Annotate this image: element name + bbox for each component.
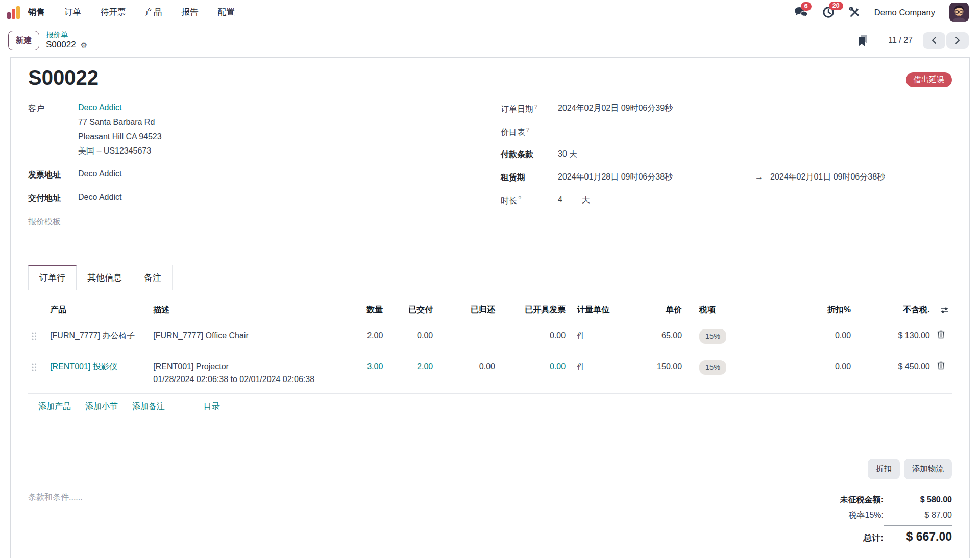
customer-address[interactable]: 77 Santa Barbara Rd Pleasant Hill CA 945… [78,115,162,158]
quotation-template-label: 报价模板 [28,216,78,227]
untaxed-amount-value: $ 580.00 [884,495,952,504]
help-icon: ? [534,104,537,110]
bookmark-icon[interactable] [857,34,869,47]
totals-block: 未征税金额: $ 580.00 税率15%: $ 87.00 总计: $ 667… [809,488,952,544]
col-subtotal: 不含税. [854,301,933,321]
rental-end-date[interactable]: 2024年02月01日 09时06分38秒 [770,172,885,181]
total-value: $ 667.00 [884,525,952,544]
cell-quantity[interactable]: 3.00 [318,352,386,394]
col-product: 产品 [47,301,150,321]
payment-terms-label: 付款条款 [501,149,558,160]
nav-menu-reporting[interactable]: 报告 [182,7,199,18]
order-date-value[interactable]: 2024年02月02日 09时06分39秒 [558,103,673,114]
rental-period-value[interactable]: 2024年01月28日 09时06分38秒→2024年02月01日 09时06分… [558,172,885,183]
delete-row-icon[interactable] [936,329,946,340]
delivery-address-label: 交付地址 [28,193,78,204]
tax-amount-value: $ 87.00 [884,511,952,520]
company-name[interactable]: Demo Company [874,8,935,17]
col-quantity: 数量 [318,301,386,321]
discount-button[interactable]: 折扣 [868,459,900,479]
col-discount: 折扣% [790,301,854,321]
tab-other-info[interactable]: 其他信息 [77,265,133,290]
cell-returned[interactable]: 0.00 [436,352,498,394]
cell-product[interactable]: [FURN_7777] 办公椅子 [47,321,150,352]
invoice-address-value[interactable]: Deco Addict [78,169,121,179]
pager-next-button[interactable] [946,32,969,49]
nav-menu-orders[interactable]: 订单 [64,7,81,18]
rental-start-date[interactable]: 2024年01月28日 09时06分38秒 [558,172,755,183]
rental-period-label: 租赁期 [501,172,558,183]
add-section-link[interactable]: 添加小节 [85,401,118,412]
activities-clock-icon[interactable]: 20 [822,6,835,18]
pricelist-label: 价目表? [501,126,558,138]
user-avatar[interactable] [949,3,969,22]
customer-value-link[interactable]: Deco Addict [78,103,162,112]
cell-uom[interactable]: 件 [569,321,632,352]
nav-menu-to-invoice[interactable]: 待开票 [101,7,126,18]
column-options-icon[interactable] [940,306,949,315]
add-note-link[interactable]: 添加备注 [132,401,165,412]
tax-badge[interactable]: 15% [699,329,726,344]
duration-value[interactable]: 4天 [558,195,590,206]
new-button[interactable]: 新建 [8,31,39,50]
order-date-label: 订单日期? [501,103,558,115]
cell-discount[interactable]: 0.00 [790,352,854,394]
cell-subtotal: $ 130.00 [854,321,933,352]
gear-icon[interactable]: ⚙ [81,41,87,49]
tax-badge[interactable]: 15% [699,360,726,375]
payment-terms-value[interactable]: 30 天 [558,149,577,160]
col-delivered: 已交付 [386,301,436,321]
cell-subtotal: $ 450.00 [854,352,933,394]
tab-notes[interactable]: 备注 [133,265,173,290]
cell-quantity[interactable]: 2.00 [318,321,386,352]
messages-badge: 6 [801,2,812,11]
table-row: [RENT001] 投影仪 [RENT001] Projector 01/28/… [28,352,952,394]
cell-unit-price[interactable]: 65.00 [632,321,685,352]
invoice-address-label: 发票地址 [28,169,78,181]
delete-row-icon[interactable] [936,360,946,371]
control-panel: 新建 报价单 S00022 ⚙ 11 / 27 [0,24,980,57]
cell-invoiced[interactable]: 0.00 [498,352,569,394]
cell-delivered[interactable]: 2.00 [386,352,436,394]
top-navbar: 销售 订单 待开票 产品 报告 配置 6 20 [0,0,980,24]
tools-icon[interactable] [849,7,860,18]
nav-app-sales[interactable]: 销售 [28,7,45,18]
col-returned: 已归还 [436,301,498,321]
cell-uom[interactable]: 件 [569,352,632,394]
status-badge: 借出延误 [906,72,952,87]
nav-menu-products[interactable]: 产品 [145,7,162,18]
duration-unit[interactable]: 天 [582,195,590,204]
catalog-link[interactable]: 目录 [204,401,220,412]
col-invoiced: 已开具发票 [498,301,569,321]
drag-handle-icon[interactable] [31,360,37,372]
nav-menu-configuration[interactable]: 配置 [218,7,235,18]
cell-invoiced[interactable]: 0.00 [498,321,569,352]
terms-placeholder[interactable]: 条款和条件...... [28,492,83,548]
form-sheet: S00022 借出延误 客户 Deco Addict 77 Santa Barb… [10,57,970,558]
add-shipping-button[interactable]: 添加物流 [904,459,952,479]
add-product-link[interactable]: 添加产品 [38,401,71,412]
delivery-address-value[interactable]: Deco Addict [78,193,121,202]
cell-returned[interactable] [436,321,498,352]
chevron-left-icon [932,36,937,44]
messages-icon[interactable]: 6 [794,7,808,18]
tab-order-lines[interactable]: 订单行 [28,265,77,290]
breadcrumb-parent-link[interactable]: 报价单 [46,31,87,39]
cell-description[interactable]: [RENT001] Projector 01/28/2024 02:06:38 … [150,352,318,394]
cell-description[interactable]: [FURN_7777] Office Chair [150,321,318,352]
cell-discount[interactable]: 0.00 [790,321,854,352]
cell-product[interactable]: [RENT001] 投影仪 [47,352,150,394]
col-taxes: 税项 [685,301,790,321]
cell-unit-price[interactable]: 150.00 [632,352,685,394]
activities-badge: 20 [829,2,843,10]
empty-line-area[interactable] [28,421,952,445]
pager-prev-button[interactable] [923,32,945,49]
drag-handle-icon[interactable] [31,329,37,341]
arrow-right-icon: → [755,172,763,182]
breadcrumb-current: S00022 [46,40,76,50]
cell-delivered[interactable]: 0.00 [386,321,436,352]
table-row: [FURN_7777] 办公椅子 [FURN_7777] Office Chai… [28,321,952,352]
sales-app-icon[interactable] [7,6,20,19]
page-title[interactable]: S00022 [28,66,99,89]
help-icon: ? [518,195,521,201]
